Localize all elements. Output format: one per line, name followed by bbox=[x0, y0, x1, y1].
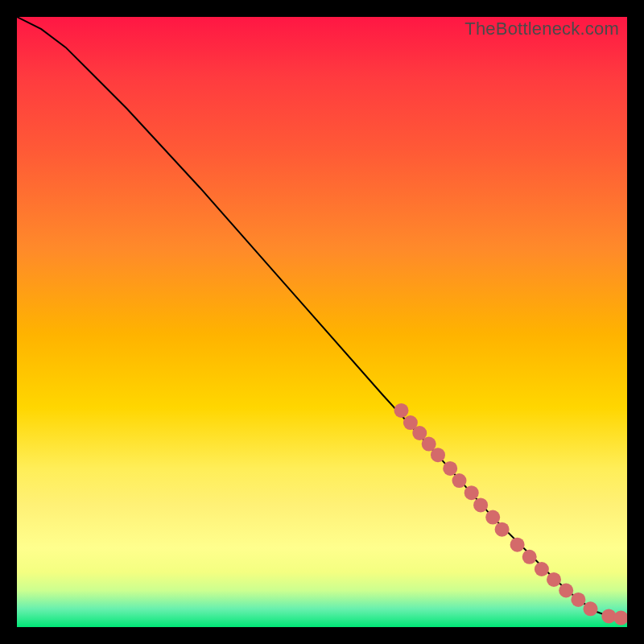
data-marker bbox=[495, 522, 510, 537]
data-marker bbox=[522, 550, 537, 564]
data-marker bbox=[464, 485, 479, 500]
data-marker bbox=[452, 473, 467, 488]
data-marker bbox=[559, 584, 573, 598]
data-marker bbox=[613, 611, 627, 625]
chart-svg bbox=[17, 17, 627, 627]
data-marker bbox=[601, 609, 616, 623]
data-marker bbox=[547, 572, 561, 587]
data-marker bbox=[510, 538, 525, 552]
data-marker bbox=[584, 601, 598, 616]
data-marker bbox=[443, 461, 457, 476]
data-marker bbox=[431, 448, 445, 462]
data-marker bbox=[485, 510, 500, 525]
data-marker bbox=[535, 562, 549, 576]
data-marker bbox=[473, 497, 488, 512]
scatter-markers bbox=[394, 403, 628, 625]
data-marker bbox=[571, 592, 585, 607]
chart-plot-area: TheBottleneck.com bbox=[17, 17, 627, 627]
watermark-text: TheBottleneck.com bbox=[464, 19, 619, 39]
curve-line bbox=[17, 17, 627, 618]
data-marker bbox=[394, 403, 409, 418]
